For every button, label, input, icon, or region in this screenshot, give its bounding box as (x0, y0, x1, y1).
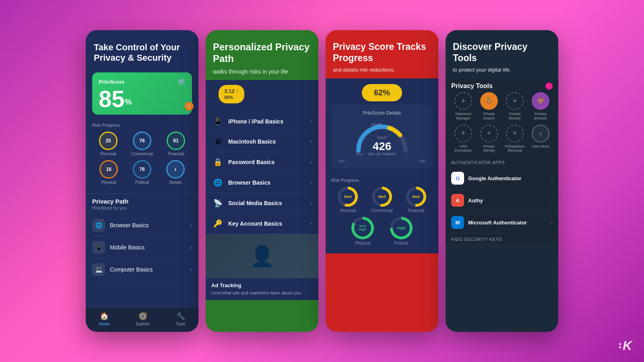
tool-private-identity[interactable]: + PrivateIdentity (477, 125, 501, 153)
browser-menu-icon: 🌐 (212, 178, 223, 187)
rc3-financial: Med Financial (406, 187, 426, 213)
risk-progress-label: Risk Progress (92, 123, 192, 128)
menu-item-iphone[interactable]: 📱 iPhone / iPad Basics › (206, 111, 318, 132)
private-search-icon: 🦆 (480, 92, 498, 110)
nav-item-mobile[interactable]: 📱 Mobile Basics › (92, 237, 192, 259)
private-identity-label: PrivateIdentity (483, 144, 495, 153)
menu-item-browser[interactable]: 🌐 Browser Basics › (206, 173, 318, 193)
priiv-score-card[interactable]: PriivScore ⚙️ 85% ! (92, 72, 192, 115)
phone-4-card: Discover Privacy Tools to protect your d… (446, 30, 558, 332)
view-more-label: View More (532, 144, 549, 149)
privacy-browser-icon: 🦁 (532, 92, 549, 110)
rc3-political: High Political (390, 217, 413, 245)
microsoft-icon: M (451, 216, 464, 229)
menu-item-key[interactable]: 🔑 Key Account Basics › (206, 214, 318, 234)
gauge-title: PriivScore Details (337, 110, 427, 116)
risk-circle-details[interactable]: › (166, 160, 185, 179)
risk-item-physical: 16 Physical (99, 160, 118, 185)
tab-explore[interactable]: 🧭 Explore (136, 312, 150, 326)
authy-icon: A (451, 194, 464, 207)
nav-item-computer[interactable]: 💻 Computer Basics › (92, 259, 192, 281)
gauge-max: 950 (419, 159, 425, 163)
fido-title: FIDO Security Keys (446, 234, 558, 243)
phone-3-title: Privacy Score Tracks Progress (333, 41, 431, 64)
tool-password-manager[interactable]: + PasswordManager (451, 92, 475, 121)
auth-section-title: Authenticator Apps (446, 157, 558, 167)
risk-label-commercial: Commercial (131, 152, 153, 156)
iphone-menu-label: iPhone / iPad Basics (228, 118, 283, 125)
risk-progress-section: Risk Progress 25 Personal 76 Commercial … (86, 119, 198, 193)
password-menu-icon: 🔒 (212, 158, 223, 167)
key-menu-icon: 🔑 (212, 219, 223, 228)
knewz-dot-1 (619, 343, 621, 345)
tab-bar: 🏠 Home 🧭 Explore 🔧 Tools (86, 307, 198, 332)
video-thumb-icon: 👤 (250, 245, 275, 268)
gauge-card: PriivScore Details TARGET BASIC (331, 105, 433, 169)
auth-item-google[interactable]: G Google Authenticator › (446, 167, 558, 189)
computer-nav-chevron: › (190, 266, 192, 273)
tools-section-title: Privacy Tools (451, 82, 493, 90)
timer-value: 3:12 ↑ (224, 88, 239, 94)
risk-label-physical: Physical (101, 180, 116, 185)
privacy-path-sub: Prioritized for you (92, 206, 192, 210)
mac-menu-label: Macintosh Basics (228, 138, 276, 145)
tab-tools[interactable]: 🔧 Tools (176, 312, 185, 326)
tool-view-more[interactable]: › View More (528, 125, 553, 153)
risk-progress-3-title: Risk Progress (331, 178, 433, 183)
rc3-personal-label: Personal (340, 208, 356, 213)
key-menu-label: Key Account Basics (228, 220, 282, 227)
risk-label-personal: Personal (100, 152, 116, 156)
computer-nav-icon: 💻 (92, 263, 105, 276)
rc3-commercial-inner: Med (375, 189, 389, 204)
phone-3-body: 62% PriivScore Details (326, 78, 438, 253)
menu-item-mac[interactable]: 🖥 Macintosh Basics › (206, 132, 318, 152)
mobile-nav-chevron: › (190, 244, 192, 251)
social-menu-label: Social Media Basics (228, 200, 282, 206)
phone-1-title: Take Control of Your Privacy & Security (94, 42, 190, 64)
score-badge: ! (185, 102, 194, 111)
risk-circle-commercial: 76 (133, 132, 151, 150)
tool-privacy-browser[interactable]: 🦁 PrivacyBrowser (528, 92, 553, 121)
phone-1-card: Take Control of Your Privacy & Security … (86, 30, 198, 332)
tool-pi-database[interactable]: + PI/DatabaseRemoval (503, 125, 527, 153)
menu-item-social[interactable]: 📡 Social Media Basics › (206, 193, 318, 214)
auth-item-microsoft[interactable]: M Microsoft Authenticator › (446, 212, 558, 234)
menu-item-password[interactable]: 🔒 Password Basics › (206, 152, 318, 173)
risk-item-details[interactable]: › Details (166, 160, 185, 185)
video-title: Ad Tracking (211, 282, 313, 288)
rc3-personal-ring: Med (338, 187, 358, 207)
privacy-path-title: Privacy Path (92, 198, 192, 205)
tool-vpn[interactable]: + VPNEncryption (451, 125, 475, 153)
risk-circle-financial: 91 (167, 132, 185, 150)
rc3-personal-inner: Med (341, 189, 355, 204)
risk-label-political: Political (135, 180, 149, 185)
rc3-commercial-ring: Med (372, 187, 392, 207)
google-auth-chevron: › (551, 175, 553, 181)
microsoft-auth-chevron: › (551, 220, 553, 225)
video-card[interactable]: 👤 Ad Tracking Limit what ads and markete… (206, 234, 318, 300)
risk-circle-personal: 25 (99, 132, 118, 150)
browser-nav-icon: 🌐 (92, 219, 105, 232)
svg-text:TARGET: TARGET (377, 136, 387, 139)
private-search-label: PrivateSearch (483, 112, 495, 121)
privacy-tools-dot (545, 82, 553, 90)
gear-icon[interactable]: ⚙️ (178, 78, 186, 86)
tool-tracker-blocker[interactable]: + TrackerBlocker (503, 92, 527, 121)
rc3-physical-inner: VeryHigh (354, 220, 371, 237)
authy-name: Authy (468, 197, 483, 204)
phone-3-subtitle: and details risk reductions. (333, 67, 431, 74)
mobile-nav-icon: 📱 (92, 241, 105, 254)
knewz-dot-2 (619, 346, 621, 348)
tab-home[interactable]: 🏠 Home (99, 312, 110, 326)
tool-private-search[interactable]: 🦆 PrivateSearch (477, 92, 501, 121)
nav-item-browser[interactable]: 🌐 Browser Basics › (92, 214, 192, 237)
auth-item-authy[interactable]: A Authy › (446, 189, 558, 212)
google-auth-name: Google Authenticator (468, 175, 521, 181)
rc3-commercial: Med Commercial (371, 187, 392, 213)
video-thumbnail: 👤 (206, 234, 318, 278)
phone-2-header: Personalized Privacy Path walks through … (206, 30, 318, 80)
tracker-blocker-label: TrackerBlocker (509, 112, 521, 121)
password-menu-label: Password Basics (228, 159, 275, 165)
iphone-menu-icon: 📱 (212, 117, 223, 126)
browser-nav-label: Browser Basics (110, 222, 149, 228)
